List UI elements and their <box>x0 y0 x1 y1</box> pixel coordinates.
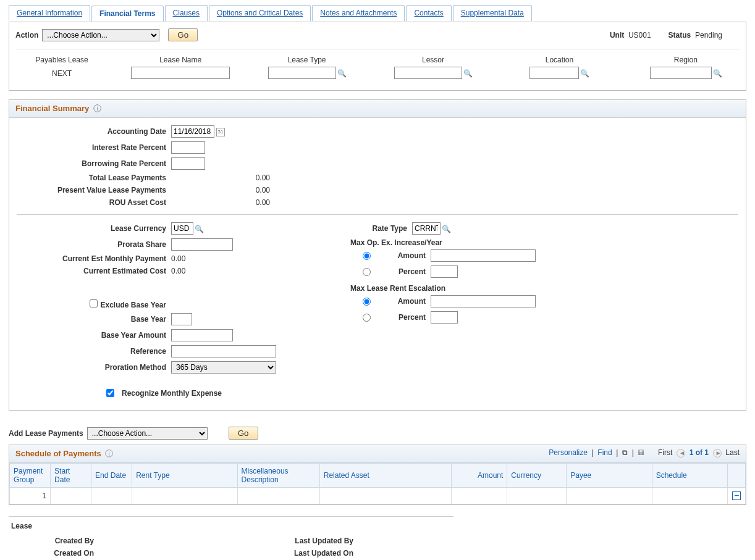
col-currency[interactable]: Currency <box>507 464 567 488</box>
opex-percent-input[interactable] <box>431 265 458 278</box>
col-misc-desc[interactable]: Miscellaneous Description <box>237 464 319 488</box>
recognize-monthly-checkbox[interactable] <box>106 389 114 397</box>
cell-related-asset <box>319 488 451 504</box>
cell-schedule <box>652 488 728 504</box>
action-select[interactable]: ...Choose Action... <box>42 29 159 41</box>
opex-percent-radio[interactable] <box>363 268 371 276</box>
next-icon[interactable] <box>713 449 722 458</box>
base-year-amount-label: Base Year Amount <box>17 331 171 340</box>
lessor-lookup-icon[interactable]: 🔍 <box>463 69 472 78</box>
col-end-date[interactable]: End Date <box>91 464 132 488</box>
rent-percent-label: Percent <box>394 313 431 322</box>
opex-amount-radio[interactable] <box>363 252 371 260</box>
calendar-icon[interactable]: 31 <box>216 128 225 136</box>
max-opex-label: Max Op. Ex. Increase/Year <box>350 238 536 247</box>
recognize-monthly-label: Recognize Monthly Expense <box>122 389 222 398</box>
delete-row-button[interactable]: − <box>732 491 741 500</box>
rent-amount-input[interactable] <box>431 295 536 307</box>
created-on-label: Created On <box>19 549 99 560</box>
borrowing-rate-label: Borrowing Rate Percent <box>17 159 171 168</box>
tab-financial-terms[interactable]: Financial Terms <box>91 6 163 22</box>
location-lookup-icon[interactable]: 🔍 <box>580 69 589 78</box>
status-value: Pending <box>695 31 722 40</box>
rent-percent-radio[interactable] <box>363 314 371 322</box>
location-input[interactable] <box>529 67 579 79</box>
last-updated-on-label: Last Updated On <box>259 549 358 560</box>
col-rent-type[interactable]: Rent Type <box>132 464 237 488</box>
proration-method-select[interactable]: 365 Days <box>171 361 276 374</box>
exclude-base-year-checkbox[interactable] <box>90 299 98 307</box>
schedule-section: Schedule of Payments ⓘ Personalize | Fin… <box>9 445 746 505</box>
cell-misc-desc <box>237 488 319 504</box>
location-label: Location <box>505 56 613 64</box>
region-lookup-icon[interactable]: 🔍 <box>713 69 722 78</box>
lease-type-lookup-icon[interactable]: 🔍 <box>337 69 346 78</box>
accounting-date-input[interactable] <box>171 125 214 138</box>
lease-name-input[interactable] <box>131 67 230 79</box>
pager-text: 1 of 1 <box>690 448 709 457</box>
region-input[interactable] <box>650 67 712 79</box>
first-link[interactable]: First <box>658 448 672 457</box>
status-label: Status <box>669 31 691 40</box>
grid-icon[interactable]: ▦ <box>638 448 644 457</box>
cell-amount <box>451 488 507 504</box>
opex-amount-input[interactable] <box>431 249 536 262</box>
payables-lease-value: NEXT <box>15 69 108 78</box>
help-icon[interactable]: ⓘ <box>93 104 101 113</box>
interest-rate-input[interactable] <box>171 141 205 154</box>
rate-type-lookup-icon[interactable]: 🔍 <box>442 225 450 233</box>
interest-rate-label: Interest Rate Percent <box>17 143 171 152</box>
cur-est-cost-value: 0.00 <box>171 267 185 275</box>
tab-contacts[interactable]: Contacts <box>406 5 451 21</box>
borrowing-rate-input[interactable] <box>171 157 205 170</box>
tab-supplemental-data[interactable]: Supplemental Data <box>453 5 532 21</box>
rent-percent-input[interactable] <box>431 311 458 324</box>
rate-type-label: Rate Type <box>338 224 412 233</box>
lessor-input[interactable] <box>394 67 462 79</box>
schedule-title: Schedule of Payments <box>15 449 101 458</box>
total-lease-value: 0.00 <box>171 173 270 182</box>
add-lease-select[interactable]: ...Choose Action... <box>87 427 208 440</box>
col-amount[interactable]: Amount <box>451 464 507 488</box>
lease-type-input[interactable] <box>268 67 336 79</box>
pv-lease-value: 0.00 <box>171 186 270 194</box>
col-schedule[interactable]: Schedule <box>652 464 728 488</box>
col-related-asset[interactable]: Related Asset <box>319 464 451 488</box>
action-go-button[interactable]: Go <box>168 28 198 41</box>
lease-name-label: Lease Name <box>127 56 234 64</box>
base-year-input[interactable] <box>171 313 192 325</box>
reference-input[interactable] <box>171 345 276 357</box>
currency-lookup-icon[interactable]: 🔍 <box>195 225 203 233</box>
unit-label: Unit <box>610 31 624 40</box>
accounting-date-label: Accounting Date <box>17 127 171 136</box>
add-lease-go-button[interactable]: Go <box>229 427 258 440</box>
tab-strip: General Information Financial Terms Clau… <box>0 5 755 22</box>
base-year-amount-input[interactable] <box>171 329 233 341</box>
prorata-share-label: Prorata Share <box>17 240 171 249</box>
opex-amount-label: Amount <box>394 251 431 260</box>
tab-clauses[interactable]: Clauses <box>165 5 208 21</box>
col-payment-group[interactable]: Payment Group <box>10 464 51 488</box>
prorata-share-input[interactable] <box>171 238 233 251</box>
lease-currency-label: Lease Currency <box>17 224 171 233</box>
find-link[interactable]: Find <box>597 448 612 457</box>
action-bar: Action ...Choose Action... Go Unit US001… <box>15 28 740 49</box>
tab-options-critical-dates[interactable]: Options and Critical Dates <box>209 5 311 21</box>
lease-currency-input[interactable] <box>171 222 193 235</box>
personalize-link[interactable]: Personalize <box>549 448 588 457</box>
proration-method-label: Proration Method <box>17 363 171 372</box>
col-payee[interactable]: Payee <box>567 464 652 488</box>
rate-type-input[interactable] <box>412 222 441 235</box>
cur-est-monthly-label: Current Est Monthly Payment <box>17 254 171 263</box>
last-link[interactable]: Last <box>725 448 740 457</box>
pv-lease-label: Present Value Lease Payments <box>17 186 171 194</box>
help-icon[interactable]: ⓘ <box>105 449 113 458</box>
tab-general-info[interactable]: General Information <box>9 5 90 21</box>
main-panel: Action ...Choose Action... Go Unit US001… <box>9 22 746 91</box>
zoom-icon[interactable]: ⧉ <box>622 448 628 457</box>
tab-notes-attachments[interactable]: Notes and Attachments <box>312 5 405 21</box>
prev-icon[interactable] <box>677 449 685 458</box>
rent-amount-radio[interactable] <box>363 298 371 306</box>
col-start-date[interactable]: Start Date <box>51 464 91 488</box>
col-action <box>728 464 746 488</box>
